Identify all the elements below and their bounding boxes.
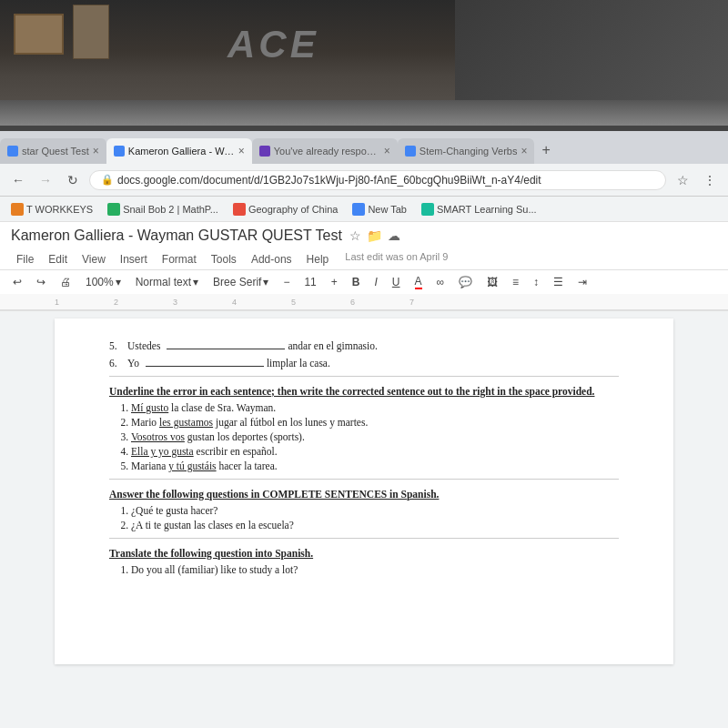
section2-item2: ¿A ti te gustan las clases en la escuela… (131, 520, 294, 531)
blank-6[interactable] (146, 354, 264, 367)
bookmark-newtab[interactable]: New Tab (349, 201, 410, 217)
section3-list: Do you all (familiar) like to study a lo… (109, 564, 619, 575)
back-button[interactable]: ← (7, 169, 29, 191)
lock-icon: 🔒 (101, 174, 114, 186)
address-bar[interactable]: 🔒 docs.google.com/document/d/1GB2Jo7s1kW… (89, 170, 666, 190)
tab-stem-changing[interactable]: Stem-Changing Verbs × (398, 138, 535, 164)
tab-bar: star Quest Test × Kameron Galliera - Way… (0, 131, 728, 164)
tab-kameron[interactable]: Kameron Galliera - Wayman GU × (106, 138, 252, 164)
undo-button[interactable]: ↩ (7, 274, 27, 290)
underlined-text-5: y tú gustáis (168, 460, 216, 471)
menu-file[interactable]: File (11, 251, 39, 268)
star-icon[interactable]: ☆ (349, 228, 361, 243)
format-toolbar: ↩ ↪ 🖨 100% ▾ Normal text ▾ Bree Serif ▾ … (0, 269, 728, 294)
tab1-favicon (7, 146, 18, 157)
font-size[interactable]: 11 (298, 274, 321, 290)
forward-button[interactable]: → (35, 169, 56, 191)
tab2-close[interactable]: × (238, 145, 245, 157)
tab1-title: star Quest Test (22, 146, 89, 157)
tab3-favicon (259, 146, 270, 157)
smart-label: SMART Learning Su... (437, 204, 537, 215)
list-button[interactable]: ☰ (548, 274, 569, 290)
menu-format[interactable]: Format (157, 251, 202, 268)
docs-icons: ☆ 📁 ☁ (349, 228, 400, 243)
menu-insert[interactable]: Insert (115, 251, 153, 268)
tab-already-responded[interactable]: You've already responded × (252, 138, 398, 164)
laptop-screen: star Quest Test × Kameron Galliera - Way… (0, 126, 728, 728)
list-item: Do you all (familiar) like to study a lo… (131, 564, 619, 575)
menu-view[interactable]: View (76, 251, 111, 268)
menu-help[interactable]: Help (301, 251, 335, 268)
menu-addons[interactable]: Add-ons (246, 251, 298, 268)
workkeys-icon (11, 203, 24, 216)
completion-word-6: Yo (127, 358, 139, 369)
ruler-1: 1 (55, 298, 59, 307)
font-selector[interactable]: Bree Serif ▾ (207, 274, 274, 290)
blank-5[interactable] (167, 337, 285, 349)
tab4-title: Stem-Changing Verbs (420, 146, 518, 157)
font-increase[interactable]: + (326, 274, 343, 290)
bold-button[interactable]: B (347, 274, 366, 290)
print-button[interactable]: 🖨 (55, 274, 76, 290)
section3-heading: Translate the following question into Sp… (109, 548, 619, 559)
color-button[interactable]: A (410, 273, 428, 291)
bookmark-button[interactable]: ☆ (672, 169, 693, 191)
desk-surface (0, 100, 728, 127)
indent-button[interactable]: ⇥ (572, 274, 592, 290)
list-item: Mí gusto la clase de Sra. Wayman. (131, 402, 619, 413)
underline-button[interactable]: U (387, 274, 406, 290)
docs-title: Kameron Galliera - Wayman GUSTAR QUEST T… (11, 228, 342, 244)
list-item: ¿Qué te gusta hacer? (131, 505, 619, 516)
ruler-4: 4 (232, 298, 237, 307)
section1-heading: Underline the error in each sentence; th… (109, 386, 619, 397)
ruler-3: 3 (173, 298, 177, 307)
underlined-text-2: les gustamos (159, 417, 213, 428)
redo-button[interactable]: ↪ (31, 274, 51, 290)
snailbob-label: Snail Bob 2 | MathP... (123, 204, 218, 215)
zoom-selector[interactable]: 100% ▾ (80, 274, 126, 290)
doc-page: 5. Ustedes andar en el gimnasio. 6. Yo l… (0, 311, 728, 672)
list-item: Ella y yo gusta escribir en español. (131, 446, 619, 457)
bookmark-geography[interactable]: Geography of China (229, 201, 341, 217)
docs-area: Kameron Galliera - Wayman GUSTAR QUEST T… (0, 222, 728, 728)
underlined-text-4: Ella y yo gusta (131, 446, 194, 457)
reload-button[interactable]: ↻ (62, 169, 84, 191)
underlined-text-1: Mí gusto (131, 402, 168, 413)
line-spacing-button[interactable]: ↕ (528, 274, 544, 290)
section2-item1: ¿Qué te gusta hacer? (131, 505, 217, 516)
italic-button[interactable]: I (369, 274, 382, 290)
ruler-7: 7 (410, 298, 414, 307)
doc-content[interactable]: 5. Ustedes andar en el gimnasio. 6. Yo l… (55, 318, 673, 664)
style-selector[interactable]: Normal text ▾ (130, 274, 204, 290)
image-button[interactable]: 🖼 (481, 274, 503, 290)
list-item: Mario les gustamos jugar al fútbol en lo… (131, 417, 619, 428)
link-button[interactable]: ∞ (431, 274, 450, 290)
folder-icon[interactable]: 📁 (367, 228, 382, 243)
comment-button[interactable]: 💬 (453, 274, 478, 290)
completion-suffix-6: limplar la casa. (267, 358, 330, 369)
completion-num-6: 6. (109, 358, 127, 369)
align-button[interactable]: ≡ (507, 274, 524, 290)
section1-list: Mí gusto la clase de Sra. Wayman. Mario … (109, 402, 619, 471)
font-decrease[interactable]: − (278, 274, 295, 290)
menu-tools[interactable]: Tools (206, 251, 242, 268)
completion-row-5: 5. Ustedes andar en el gimnasio. (109, 337, 619, 351)
workkeys-label: T WORKKEYS (26, 204, 93, 215)
bookmark-workkeys[interactable]: T WORKKEYS (7, 201, 96, 217)
tab4-favicon (405, 146, 416, 157)
bookmarks-bar: T WORKKEYS Snail Bob 2 | MathP... Geogra… (0, 197, 728, 222)
bookmark-snailbob[interactable]: Snail Bob 2 | MathP... (104, 201, 222, 217)
tab1-close[interactable]: × (93, 145, 99, 157)
box-decoration2 (73, 5, 109, 59)
snailbob-icon (107, 203, 120, 216)
more-button[interactable]: ⋮ (699, 169, 721, 191)
completion-num-5: 5. (109, 340, 127, 351)
tab4-close[interactable]: × (521, 145, 527, 157)
section2-list: ¿Qué te gusta hacer? ¿A ti te gustan las… (109, 505, 619, 531)
new-tab-button[interactable]: + (534, 138, 557, 162)
menu-edit[interactable]: Edit (43, 251, 73, 268)
bookmark-smart[interactable]: SMART Learning Su... (418, 201, 541, 217)
tab3-close[interactable]: × (384, 145, 390, 157)
completion-row-6: 6. Yo limplar la casa. (109, 354, 619, 369)
tab-star-quest[interactable]: star Quest Test × (0, 138, 106, 164)
